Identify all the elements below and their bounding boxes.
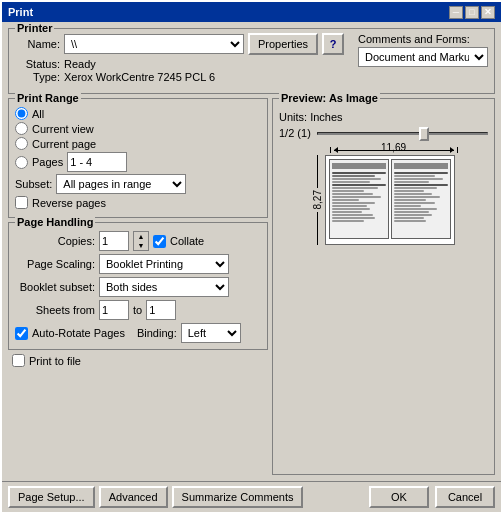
copies-up[interactable]: ▲ xyxy=(134,232,148,241)
print-to-file-label: Print to file xyxy=(29,355,81,367)
booklet-label: Booklet subset: xyxy=(15,281,95,293)
page-thumb-1 xyxy=(329,159,389,239)
binding-label: Binding: xyxy=(137,327,177,339)
auto-rotate-checkbox[interactable] xyxy=(15,327,28,340)
copies-input[interactable] xyxy=(99,231,129,251)
sheets-from-input[interactable] xyxy=(99,300,129,320)
slider-value: 1/2 (1) xyxy=(279,127,311,139)
sheets-to-input[interactable] xyxy=(146,300,176,320)
zoom-slider[interactable] xyxy=(317,132,488,135)
sheets-to-label: to xyxy=(133,304,142,316)
copies-label: Copies: xyxy=(15,235,95,247)
subset-select[interactable]: All pages in range Odd pages only Even p… xyxy=(56,174,186,194)
cancel-button[interactable]: Cancel xyxy=(435,486,495,508)
page-handling-label: Page Handling xyxy=(15,216,95,228)
status-value: Ready xyxy=(64,58,96,70)
current-page-radio[interactable] xyxy=(15,137,28,150)
print-range-label: Print Range xyxy=(15,92,81,104)
dim-h: 11,69 xyxy=(381,142,406,153)
preview-label: Preview: As Image xyxy=(279,92,380,104)
page-setup-button[interactable]: Page Setup... xyxy=(8,486,95,508)
type-value: Xerox WorkCentre 7245 PCL 6 xyxy=(64,71,215,83)
print-dialog: Print ─ □ ✕ Printer Name: \\ Properties … xyxy=(0,0,503,514)
binding-select[interactable]: Left Right xyxy=(181,323,241,343)
scaling-select[interactable]: Booklet Printing None Fit to Printer Mar… xyxy=(99,254,229,274)
comments-label: Comments and Forms: xyxy=(358,33,488,45)
pages-label: Pages xyxy=(32,156,63,168)
all-label: All xyxy=(32,108,44,120)
scaling-label: Page Scaling: xyxy=(15,258,95,270)
printer-group-label: Printer xyxy=(15,22,54,34)
help-button[interactable]: ? xyxy=(322,33,344,55)
advanced-button[interactable]: Advanced xyxy=(99,486,168,508)
pages-radio[interactable] xyxy=(15,156,28,169)
preview-image: 11,69 8,27 xyxy=(279,143,488,249)
preview-panel: Preview: As Image Units: Inches 1/2 (1) xyxy=(272,98,495,475)
dialog-title: Print xyxy=(8,6,33,18)
printer-group: Printer Name: \\ Properties ? Status: Re… xyxy=(8,28,495,94)
auto-rotate-label: Auto-Rotate Pages xyxy=(32,327,125,339)
copies-spinner[interactable]: ▲ ▼ xyxy=(133,231,149,251)
collate-checkbox[interactable] xyxy=(153,235,166,248)
title-bar-buttons: ─ □ ✕ xyxy=(449,6,495,19)
maximize-button[interactable]: □ xyxy=(465,6,479,19)
reverse-pages-checkbox[interactable] xyxy=(15,196,28,209)
status-label: Status: xyxy=(15,58,60,70)
print-to-file-row: Print to file xyxy=(8,354,268,367)
booklet-select[interactable]: Both sides Front side only Back side onl… xyxy=(99,277,229,297)
all-radio[interactable] xyxy=(15,107,28,120)
current-view-radio[interactable] xyxy=(15,122,28,135)
title-bar: Print ─ □ ✕ xyxy=(2,2,501,22)
subset-label: Subset: xyxy=(15,178,52,190)
units-label: Units: Inches xyxy=(279,111,488,123)
close-button[interactable]: ✕ xyxy=(481,6,495,19)
printer-select[interactable]: \\ xyxy=(64,34,244,54)
bottom-buttons: Page Setup... Advanced Summarize Comment… xyxy=(2,481,501,512)
properties-button[interactable]: Properties xyxy=(248,33,318,55)
minimize-button[interactable]: ─ xyxy=(449,6,463,19)
current-page-label: Current page xyxy=(32,138,96,150)
sheets-label: Sheets from xyxy=(15,304,95,316)
print-range-group: Print Range All Current view Current xyxy=(8,98,268,218)
page-handling-group: Page Handling Copies: ▲ ▼ Collate xyxy=(8,222,268,350)
type-label: Type: xyxy=(15,71,60,83)
page-thumb-2 xyxy=(391,159,451,239)
comments-select[interactable]: Document and Markups Document Form Field… xyxy=(358,47,488,67)
current-view-label: Current view xyxy=(32,123,94,135)
copies-down[interactable]: ▼ xyxy=(134,241,148,250)
ok-button[interactable]: OK xyxy=(369,486,429,508)
pages-input[interactable] xyxy=(67,152,127,172)
dim-v: 8,27 xyxy=(312,188,323,211)
summarize-button[interactable]: Summarize Comments xyxy=(172,486,304,508)
print-to-file-checkbox[interactable] xyxy=(12,354,25,367)
slider-thumb[interactable] xyxy=(419,127,429,141)
reverse-pages-label: Reverse pages xyxy=(32,197,106,209)
name-label: Name: xyxy=(15,38,60,50)
collate-label: Collate xyxy=(170,235,204,247)
